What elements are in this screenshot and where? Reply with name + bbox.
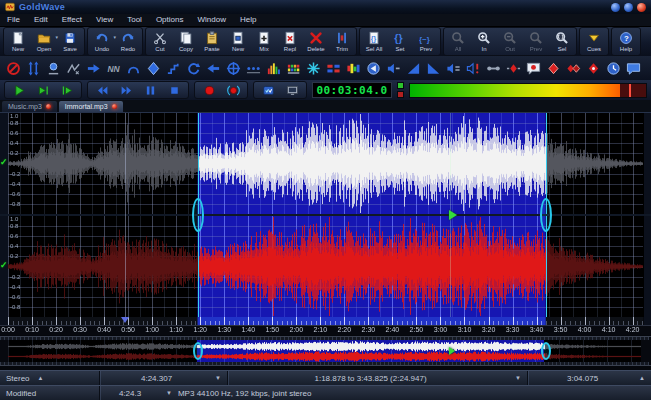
prev-button[interactable]: {~}Prev xyxy=(413,29,439,55)
ramp-up-button[interactable] xyxy=(403,58,423,78)
svg-text:{}: {} xyxy=(394,32,402,44)
new-button[interactable]: New xyxy=(225,29,251,55)
sel-all-button[interactable]: {}Sel All xyxy=(361,29,387,55)
repl-button[interactable]: Repl xyxy=(277,29,303,55)
pendulum-button[interactable] xyxy=(43,58,63,78)
play-selection-button[interactable] xyxy=(31,83,55,98)
overview-selection-end-handle[interactable] xyxy=(541,342,551,360)
play-from-marker-button[interactable] xyxy=(55,83,79,98)
left-channel-waveform[interactable] xyxy=(0,113,651,214)
bubble-record-button[interactable] xyxy=(523,58,543,78)
playhead-marker[interactable] xyxy=(449,210,457,220)
cycle-arrows-button[interactable] xyxy=(183,58,203,78)
up-arrow-icon[interactable]: ▲ xyxy=(639,375,645,381)
zigzag-button[interactable] xyxy=(63,58,83,78)
tab-music-mp3[interactable]: Music.mp3 xyxy=(2,101,57,112)
selection-range-field[interactable]: 1:18.878 to 3:43.825 (2:24.947) ▼ xyxy=(228,371,528,385)
red-diamond-button[interactable] xyxy=(543,58,563,78)
menu-item-file[interactable]: File xyxy=(0,14,27,26)
paste-button[interactable]: Paste xyxy=(199,29,225,55)
menu-item-options[interactable]: Options xyxy=(149,14,191,26)
close-button[interactable] xyxy=(637,3,646,12)
menu-item-help[interactable]: Help xyxy=(233,14,263,26)
play-button[interactable] xyxy=(7,83,31,98)
clock-button[interactable] xyxy=(603,58,623,78)
red-diamond-pair-button[interactable] xyxy=(563,58,583,78)
mix-button[interactable]: Mix xyxy=(251,29,277,55)
blue-diamond-button[interactable] xyxy=(143,58,163,78)
spectrum-b-button[interactable] xyxy=(283,58,303,78)
up-arrow-icon[interactable]: ▲ xyxy=(38,375,44,381)
right-channel-waveform[interactable] xyxy=(0,216,651,317)
hump-curve-button[interactable] xyxy=(123,58,143,78)
color-bars-button[interactable] xyxy=(343,58,363,78)
overview-bar[interactable] xyxy=(0,336,651,366)
undo-button[interactable]: Undo▾ xyxy=(89,29,115,55)
speaker-equal-button[interactable] xyxy=(443,58,463,78)
red-diamond-eye-button[interactable] xyxy=(583,58,603,78)
format-field[interactable]: ▼ MP3 44100 Hz, 192 kbps, joint stereo xyxy=(160,386,651,400)
arrow-right-button[interactable] xyxy=(83,58,103,78)
record-selection-button[interactable] xyxy=(221,83,245,98)
left-channel-enable-check[interactable]: ✓ xyxy=(0,158,8,167)
noise-nn-button[interactable]: NN xyxy=(103,58,123,78)
delete-button[interactable]: Delete xyxy=(303,29,329,55)
red-blue-bars-button[interactable] xyxy=(323,58,343,78)
menu-item-effect[interactable]: Effect xyxy=(55,14,89,26)
down-arrow-icon[interactable]: ▼ xyxy=(166,390,172,396)
set-button[interactable]: {}Set xyxy=(387,29,413,55)
new-button[interactable]: New xyxy=(5,29,31,55)
total-length-field[interactable]: 4:24.307 ▼ xyxy=(100,371,228,385)
fast-forward-button[interactable] xyxy=(114,83,138,98)
steps-button[interactable] xyxy=(163,58,183,78)
down-arrow-icon[interactable]: ▼ xyxy=(215,375,221,381)
record-button[interactable] xyxy=(197,83,221,98)
save-button[interactable]: Save xyxy=(57,29,83,55)
speaker-alert-button[interactable] xyxy=(463,58,483,78)
restore-button[interactable] xyxy=(624,3,633,12)
visuals-button[interactable] xyxy=(280,83,304,98)
open-button[interactable]: Open▾ xyxy=(31,29,57,55)
stop-button[interactable] xyxy=(162,83,186,98)
overview-selection-start-handle[interactable] xyxy=(193,342,203,360)
minimize-button[interactable] xyxy=(611,3,620,12)
overview-playhead-marker[interactable] xyxy=(449,347,455,355)
rewind-button[interactable] xyxy=(90,83,114,98)
speech-bubble-button[interactable] xyxy=(623,58,643,78)
in-button[interactable]: In xyxy=(471,29,497,55)
menu-item-view[interactable]: View xyxy=(89,14,120,26)
no-sign-button[interactable] xyxy=(3,58,23,78)
menu-item-tool[interactable]: Tool xyxy=(120,14,149,26)
down-arrow-icon[interactable]: ▼ xyxy=(515,375,521,381)
starburst-button[interactable] xyxy=(303,58,323,78)
crosshair-circle-button[interactable] xyxy=(223,58,243,78)
right-channel-enable-check[interactable]: ✓ xyxy=(0,261,8,270)
pan-circle-button[interactable] xyxy=(363,58,383,78)
menu-item-edit[interactable]: Edit xyxy=(27,14,55,26)
channel-mode-selector[interactable]: Stereo ▲ xyxy=(0,371,100,385)
pause-button[interactable] xyxy=(138,83,162,98)
sel-button[interactable]: Sel xyxy=(549,29,575,55)
position-field[interactable]: 3:04.075 ▲ xyxy=(528,371,651,385)
help-button[interactable]: ?Help xyxy=(613,29,639,55)
redo-button[interactable]: Redo xyxy=(115,29,141,55)
spectrum-a-button[interactable] xyxy=(263,58,283,78)
control-properties-button[interactable] xyxy=(256,83,280,98)
timeline-ruler[interactable]: 0:000:100:200:300:400:501:001:101:201:30… xyxy=(0,317,651,335)
dot-spread-button[interactable] xyxy=(243,58,263,78)
cue-marker-triangle[interactable] xyxy=(121,317,129,323)
trim-button[interactable]: Trim xyxy=(329,29,355,55)
selection-start-handle[interactable] xyxy=(192,198,204,232)
selection-end-handle[interactable] xyxy=(540,198,552,232)
speaker-minus-button[interactable] xyxy=(383,58,403,78)
ramp-down-button[interactable] xyxy=(423,58,443,78)
arrow-left-button[interactable] xyxy=(203,58,223,78)
cues-button[interactable]: Cues xyxy=(581,29,607,55)
copy-button[interactable]: Copy xyxy=(173,29,199,55)
cut-button[interactable]: Cut xyxy=(147,29,173,55)
menu-item-window[interactable]: Window xyxy=(190,14,232,26)
dumbbell-button[interactable] xyxy=(483,58,503,78)
red-diamond-arrows-button[interactable] xyxy=(503,58,523,78)
updown-arrows-button[interactable] xyxy=(23,58,43,78)
tab-immortal-mp3[interactable]: Immortal.mp3 xyxy=(59,101,123,112)
